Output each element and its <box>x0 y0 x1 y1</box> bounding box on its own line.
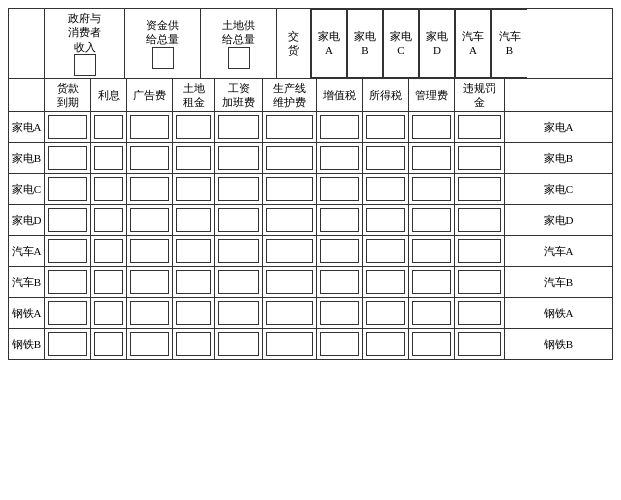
data-input-box[interactable] <box>176 146 211 170</box>
data-input-box[interactable] <box>412 177 451 201</box>
data-input-box[interactable] <box>458 332 501 356</box>
data-input-box[interactable] <box>412 301 451 325</box>
data-input-box[interactable] <box>320 301 359 325</box>
data-input-box[interactable] <box>366 115 405 139</box>
data-cell <box>455 174 505 204</box>
data-input-box[interactable] <box>366 208 405 232</box>
data-input-box[interactable] <box>412 239 451 263</box>
data-input-box[interactable] <box>458 270 501 294</box>
land-supply-box[interactable] <box>228 47 250 69</box>
data-input-box[interactable] <box>266 177 313 201</box>
ch-overtime: 工资 加班费 <box>215 79 263 112</box>
data-cell <box>455 112 505 142</box>
data-input-box[interactable] <box>458 301 501 325</box>
data-input-box[interactable] <box>320 115 359 139</box>
data-input-box[interactable] <box>366 301 405 325</box>
data-input-box[interactable] <box>366 239 405 263</box>
data-input-box[interactable] <box>48 301 87 325</box>
data-input-box[interactable] <box>218 239 259 263</box>
data-input-box[interactable] <box>366 146 405 170</box>
data-input-box[interactable] <box>94 146 123 170</box>
data-cell <box>45 298 91 328</box>
data-input-box[interactable] <box>130 239 169 263</box>
data-input-box[interactable] <box>320 239 359 263</box>
data-input-box[interactable] <box>130 332 169 356</box>
data-cell <box>455 236 505 266</box>
data-input-box[interactable] <box>176 301 211 325</box>
data-input-box[interactable] <box>48 270 87 294</box>
data-input-box[interactable] <box>266 146 313 170</box>
data-input-box[interactable] <box>218 301 259 325</box>
data-input-box[interactable] <box>48 208 87 232</box>
th-car-a: 汽车 A <box>455 9 491 78</box>
data-input-box[interactable] <box>176 332 211 356</box>
data-cell <box>263 143 317 173</box>
data-input-box[interactable] <box>218 208 259 232</box>
data-input-box[interactable] <box>218 115 259 139</box>
data-input-box[interactable] <box>366 177 405 201</box>
data-cell <box>127 112 173 142</box>
data-input-box[interactable] <box>130 115 169 139</box>
row-start-label: 钢铁B <box>9 329 45 359</box>
data-input-box[interactable] <box>176 270 211 294</box>
data-input-box[interactable] <box>320 146 359 170</box>
data-input-box[interactable] <box>48 146 87 170</box>
data-input-box[interactable] <box>266 270 313 294</box>
data-cell <box>91 267 127 297</box>
data-input-box[interactable] <box>458 177 501 201</box>
data-input-box[interactable] <box>412 146 451 170</box>
data-input-box[interactable] <box>412 270 451 294</box>
data-input-box[interactable] <box>130 270 169 294</box>
capital-supply-box[interactable] <box>152 47 174 69</box>
data-cell <box>91 174 127 204</box>
data-input-box[interactable] <box>94 177 123 201</box>
data-input-box[interactable] <box>458 239 501 263</box>
data-input-box[interactable] <box>130 146 169 170</box>
data-input-box[interactable] <box>218 270 259 294</box>
data-cell <box>173 298 215 328</box>
data-input-box[interactable] <box>320 208 359 232</box>
data-input-box[interactable] <box>320 332 359 356</box>
data-input-box[interactable] <box>366 270 405 294</box>
gov-income-box[interactable] <box>74 54 96 76</box>
data-input-box[interactable] <box>176 115 211 139</box>
data-input-box[interactable] <box>94 301 123 325</box>
data-input-box[interactable] <box>94 208 123 232</box>
data-input-box[interactable] <box>94 239 123 263</box>
data-input-box[interactable] <box>48 115 87 139</box>
data-input-box[interactable] <box>218 146 259 170</box>
data-input-box[interactable] <box>130 301 169 325</box>
data-input-box[interactable] <box>48 177 87 201</box>
data-input-box[interactable] <box>218 177 259 201</box>
data-input-box[interactable] <box>412 115 451 139</box>
data-input-box[interactable] <box>458 208 501 232</box>
data-input-box[interactable] <box>94 270 123 294</box>
row-end-label: 家电D <box>505 205 612 235</box>
data-input-box[interactable] <box>366 332 405 356</box>
data-cell <box>317 329 363 359</box>
data-input-box[interactable] <box>176 177 211 201</box>
data-input-box[interactable] <box>266 208 313 232</box>
data-input-box[interactable] <box>412 332 451 356</box>
data-input-box[interactable] <box>48 332 87 356</box>
data-input-box[interactable] <box>130 208 169 232</box>
data-input-box[interactable] <box>266 115 313 139</box>
data-input-box[interactable] <box>458 115 501 139</box>
data-input-box[interactable] <box>320 270 359 294</box>
data-input-box[interactable] <box>176 239 211 263</box>
data-input-box[interactable] <box>266 239 313 263</box>
data-cell <box>215 236 263 266</box>
data-input-box[interactable] <box>458 146 501 170</box>
data-input-box[interactable] <box>94 332 123 356</box>
data-input-box[interactable] <box>266 332 313 356</box>
data-input-box[interactable] <box>48 239 87 263</box>
data-input-box[interactable] <box>218 332 259 356</box>
data-input-box[interactable] <box>176 208 211 232</box>
row-end-label: 汽车A <box>505 236 612 266</box>
data-input-box[interactable] <box>320 177 359 201</box>
data-input-box[interactable] <box>130 177 169 201</box>
data-input-box[interactable] <box>266 301 313 325</box>
row-end-label: 钢铁B <box>505 329 612 359</box>
data-input-box[interactable] <box>412 208 451 232</box>
data-input-box[interactable] <box>94 115 123 139</box>
